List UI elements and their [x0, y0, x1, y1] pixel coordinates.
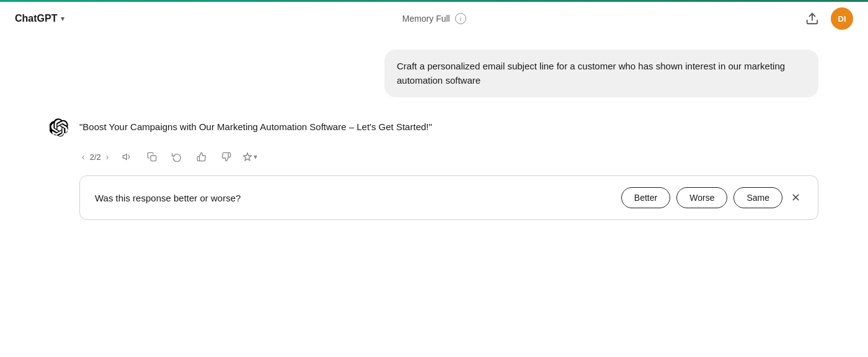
memory-full-label: Memory Full [402, 14, 450, 24]
gpt-logo-icon [50, 118, 69, 138]
copy-icon-button[interactable] [143, 148, 161, 165]
feedback-buttons-group: Better Worse Same ✕ [621, 187, 803, 208]
memory-status-area: Memory Full i [402, 13, 466, 24]
nav-controls: ‹ 2/2 › [79, 151, 111, 163]
action-bar: ‹ 2/2 › [50, 148, 818, 165]
sparkle-chevron-icon: ▾ [254, 152, 257, 161]
same-button[interactable]: Same [733, 187, 782, 208]
feedback-close-button[interactable]: ✕ [789, 188, 803, 207]
header-right-area: DI [804, 7, 853, 30]
info-icon[interactable]: i [455, 13, 466, 24]
next-response-button[interactable]: › [104, 151, 112, 163]
chat-area: Craft a personalized email subject line … [0, 37, 868, 232]
svg-rect-2 [151, 156, 156, 161]
better-button[interactable]: Better [621, 187, 670, 208]
feedback-question-text: Was this response better or worse? [95, 193, 241, 203]
assistant-message-row: "Boost Your Campaigns with Our Marketing… [50, 117, 818, 138]
thumbs-down-button[interactable] [218, 148, 235, 165]
share-icon[interactable] [804, 10, 821, 27]
feedback-box: Was this response better or worse? Bette… [79, 175, 818, 220]
user-message: Craft a personalized email subject line … [384, 50, 818, 97]
regenerate-icon-button[interactable] [168, 148, 185, 165]
app-title: ChatGPT [15, 13, 57, 24]
worse-button[interactable]: Worse [676, 187, 727, 208]
top-accent-border [0, 0, 868, 2]
avatar[interactable]: DI [831, 7, 853, 30]
thumbs-up-button[interactable] [193, 148, 210, 165]
svg-marker-1 [123, 154, 127, 159]
prev-response-button[interactable]: ‹ [79, 151, 87, 163]
chevron-down-icon[interactable]: ▾ [61, 14, 64, 23]
assistant-message-wrapper: "Boost Your Campaigns with Our Marketing… [0, 117, 868, 220]
app-title-area: ChatGPT ▾ [15, 13, 64, 24]
speaker-icon-button[interactable] [118, 148, 136, 165]
header: ChatGPT ▾ Memory Full i DI [0, 0, 868, 37]
assistant-message-text: "Boost Your Campaigns with Our Marketing… [79, 117, 432, 134]
nav-count: 2/2 [90, 152, 101, 162]
user-message-wrapper: Craft a personalized email subject line … [0, 50, 868, 97]
sparkle-actions-group[interactable]: ▾ [242, 152, 257, 162]
